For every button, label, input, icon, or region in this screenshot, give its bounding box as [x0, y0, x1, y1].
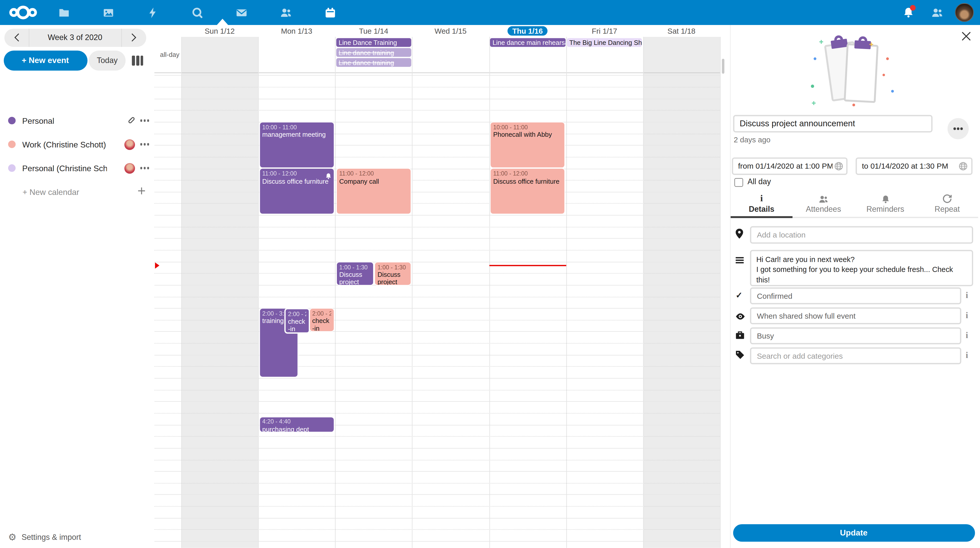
week-label[interactable]: Week 3 of 2020 [28, 29, 121, 47]
allday-divider [154, 73, 720, 73]
event-purchasing-dept[interactable]: 4:20 - 4:40purchasing dept [259, 417, 334, 432]
previous-week-button[interactable] [4, 29, 29, 47]
top-navbar [0, 0, 980, 25]
update-button[interactable]: Update [733, 524, 975, 542]
hour-gridline [154, 471, 720, 472]
day-header-sat[interactable]: Sat 1/18 [643, 26, 720, 36]
event-phonecall-with-abby[interactable]: 10:00 - 11:00Phonecall with Abby [490, 122, 565, 168]
allday-event-declined[interactable]: Line dance training [336, 48, 411, 57]
calendar-actions-icon[interactable] [143, 143, 146, 145]
quarter-gridline [154, 227, 720, 227]
next-week-button[interactable] [121, 29, 146, 47]
calendar-app-icon[interactable] [316, 0, 344, 25]
event-discuss-office-furniture-mon[interactable]: 11:00 - 12:00Discuss office furniture [259, 168, 334, 214]
grid-scrollbar[interactable] [721, 59, 724, 74]
info-icon[interactable]: i [963, 310, 970, 321]
allday-event[interactable]: The Big Line Dancing Show [567, 38, 642, 47]
event-actions-button[interactable] [948, 118, 969, 139]
end-datetime-input[interactable] [856, 157, 973, 175]
event-check-in-purple[interactable]: 2:00 - 2:30check-in [284, 308, 310, 334]
quarter-gridline [154, 366, 720, 367]
allday-event[interactable]: Line dance main rehearsal [490, 38, 565, 47]
hour-gridline [154, 494, 720, 495]
location-input[interactable] [750, 226, 973, 244]
timezone-globe-icon[interactable] [959, 162, 967, 173]
day-header-sun[interactable]: Sun 1/12 [181, 26, 258, 36]
description-icon [735, 255, 744, 266]
user-avatar[interactable] [955, 3, 974, 22]
details-icon: i [760, 194, 763, 203]
allday-event[interactable]: Line Dance Training [336, 38, 411, 47]
tab-details[interactable]: i Details [731, 192, 792, 217]
share-link-icon[interactable] [126, 115, 135, 126]
event-discuss-office-furniture-thu[interactable]: 11:00 - 12:00Discuss office furniture [490, 168, 565, 214]
mail-icon[interactable] [228, 0, 255, 25]
hour-gridline [154, 215, 720, 216]
info-icon[interactable]: i [963, 330, 970, 341]
day-column-divider [335, 37, 336, 548]
day-column-divider [489, 37, 490, 548]
event-title-input[interactable] [733, 115, 932, 132]
files-icon[interactable] [50, 0, 78, 25]
calendar-item-personal[interactable]: Personal [0, 112, 154, 129]
categories-input[interactable] [750, 348, 961, 364]
calendar-actions-icon[interactable] [143, 119, 146, 122]
event-check-in-salmon[interactable]: 2:00 - 2:30check-in [309, 308, 334, 332]
allday-event-declined[interactable]: Line dance training [336, 58, 411, 67]
calendar-item-work-christine[interactable]: Work (Christine Schott) [0, 135, 154, 153]
tab-reminders[interactable]: Reminders [854, 192, 916, 217]
notification-badge [910, 5, 916, 11]
freebusy-select[interactable] [750, 327, 961, 344]
timezone-globe-icon[interactable] [834, 162, 843, 173]
status-select[interactable] [750, 288, 961, 304]
quarter-gridline [154, 250, 720, 251]
calendar-item-personal-christine[interactable]: Personal (Christine Scho…) [0, 159, 154, 177]
repeat-icon [942, 194, 952, 203]
today-button[interactable]: Today [89, 51, 126, 70]
day-header-thu-today[interactable]: Thu 1/16 [489, 26, 566, 36]
quarter-gridline [154, 320, 720, 320]
new-calendar-button[interactable]: + New calendar [0, 183, 154, 201]
info-icon[interactable]: i [963, 291, 970, 300]
close-icon[interactable] [961, 31, 973, 42]
talk-icon[interactable] [183, 0, 211, 25]
day-header-tue[interactable]: Tue 1/14 [335, 26, 412, 36]
notifications-bell-icon[interactable] [897, 0, 919, 25]
shared-by-avatar [124, 139, 135, 150]
contacts-icon[interactable] [272, 0, 299, 25]
hour-gridline [154, 285, 720, 286]
hour-gridline [154, 401, 720, 402]
day-column-divider [258, 37, 259, 548]
day-header-wed[interactable]: Wed 1/15 [412, 26, 489, 36]
reminder-bell-icon [325, 171, 331, 182]
hour-gridline [154, 541, 720, 542]
start-datetime-input[interactable] [732, 157, 848, 175]
week-view-toggle-icon[interactable] [132, 56, 143, 65]
event-company-call[interactable]: 11:00 - 12:00Company call [336, 168, 411, 214]
contacts-menu-icon[interactable] [926, 0, 947, 25]
activity-icon[interactable] [139, 0, 166, 25]
active-app-pointer [217, 19, 228, 25]
all-day-checkbox[interactable] [735, 178, 743, 186]
day-header-mon[interactable]: Mon 1/13 [258, 26, 335, 36]
settings-import-button[interactable]: ⚙ Settings & import [8, 532, 81, 543]
tab-repeat[interactable]: Repeat [916, 192, 978, 217]
info-icon[interactable]: i [963, 351, 970, 361]
event-illustration [809, 34, 899, 110]
new-event-button[interactable]: + New event [3, 51, 87, 70]
description-textarea[interactable]: Hi Carl! are you in next week? I got som… [750, 250, 973, 286]
event-management-meeting[interactable]: 10:00 - 11:00management meeting [259, 122, 334, 168]
tab-attendees[interactable]: Attendees [792, 192, 854, 217]
day-column-divider [720, 37, 721, 548]
photos-icon[interactable] [94, 0, 122, 25]
day-header-fri[interactable]: Fri 1/17 [566, 26, 643, 36]
nextcloud-logo[interactable] [9, 4, 38, 23]
calendar-actions-icon[interactable] [143, 167, 146, 169]
quarter-gridline [154, 343, 720, 344]
quarter-gridline [154, 436, 720, 437]
calendar-week-grid: 9am9:30am10am10:30am11am11:30am12pm12:30… [154, 25, 730, 548]
event-discuss-project-announcement[interactable]: 1:00 - 1:30Discuss project announcement [336, 262, 374, 285]
status-check-icon: ✓ [735, 291, 742, 300]
visibility-select[interactable] [750, 307, 961, 324]
event-discuss-project[interactable]: 1:00 - 1:30Discuss project [374, 262, 411, 285]
